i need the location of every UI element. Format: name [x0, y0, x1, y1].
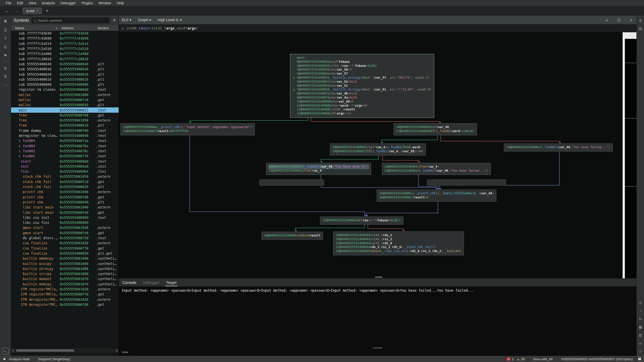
more-panels-icon[interactable]: ⋯ — [2, 81, 9, 88]
find-icon[interactable]: ⊙ — [639, 300, 642, 306]
graph-node[interactable]: 14 @ 00005555554008ee __printf_chk(1, "I… — [120, 123, 255, 135]
analysis-cancel-icon[interactable]: ✖ — [3, 357, 6, 361]
binary-ninja-logo[interactable]: ✳ — [2, 18, 9, 25]
symbol-row[interactable]: __builtin_wmemcpy0x555555601098.syntheti… — [11, 256, 119, 261]
symbol-row[interactable]: __libc_csu_init0x555555400950.text — [11, 215, 119, 220]
symbol-row[interactable]: main0x555555400821.text — [11, 107, 119, 112]
symbol-row[interactable]: __cxa_finalize0x555555601030.extern — [11, 240, 119, 246]
graph-hscroll-thumb[interactable] — [375, 277, 382, 278]
graph-node[interactable]: 22 @ 000055555540091c free(rax_4)23 @ 00… — [382, 163, 491, 175]
split-view-icon[interactable]: ◫ — [616, 18, 622, 22]
tags-icon[interactable]: ◊ — [2, 35, 9, 42]
console-input[interactable]: >>> — [119, 348, 636, 356]
symbol-row[interactable]: __builtin_strcpy0x555555601080.syntheti… — [11, 271, 119, 276]
menu-view[interactable]: View — [26, 1, 39, 6]
graph-canvas[interactable]: main: 0 @ 0000555555400826 void* fsbase … — [119, 32, 623, 278]
symbol-row[interactable]: sub_5555554006000x555555400600.plt — [11, 82, 119, 87]
symbol-row[interactable]: frame_dummy0x555555400760.text — [11, 128, 119, 133]
view-options-icon[interactable]: ≡ — [629, 18, 633, 22]
symbol-row[interactable]: sub_5555554006260x555555400626.plt — [11, 72, 119, 77]
console-splitter[interactable] — [119, 347, 636, 348]
recent-icon[interactable]: ◔ — [639, 308, 641, 314]
symbol-row[interactable]: free0x555555600fb8.got — [11, 113, 119, 118]
symbol-row[interactable]: sub_7ffff7c288100x7ffff7c28810 — [11, 56, 119, 61]
symbol-row[interactable]: _ITM_deregisterTMC…0x555555601020.extern — [11, 297, 119, 302]
sync-location-icon[interactable]: ∞ — [604, 18, 609, 22]
symbol-row[interactable]: _ITM_deregisterTMC…0x555555600fd8.got — [11, 302, 119, 307]
symbol-row[interactable]: sub_7ffff7c2a5100x7ffff7c2a510 — [11, 46, 119, 51]
symbol-row[interactable]: _init0x5555554005e0.init — [11, 164, 119, 169]
symbol-row[interactable]: __builtin_memset0x555555601078.syntheti… — [11, 276, 119, 281]
graph-node-empty[interactable] — [260, 179, 324, 186]
graph-node[interactable]: 29 @ 0000555555400944 int64_t rdx_230 @ … — [333, 231, 464, 255]
error-count[interactable]: ✕ 2 — [507, 357, 514, 361]
pin-sidebar-icon[interactable]: ⊕ — [639, 18, 642, 23]
collapse-icon[interactable]: ↺ — [121, 26, 123, 30]
scroll-left-icon[interactable]: ◂ — [11, 349, 15, 352]
search-symbols-input[interactable] — [38, 19, 108, 22]
format-selector[interactable]: ELF ▾ — [122, 18, 132, 22]
symbol-row[interactable]: __cxa_finalize0x555555600ff8.got — [11, 246, 119, 251]
symbol-row[interactable]: c_fun0030x55555540076a.text — [11, 143, 119, 148]
symbol-row[interactable]: c_fun0010x5555554007f6.text — [11, 154, 119, 159]
symbol-row[interactable]: malloc0x555555400630.plt — [11, 102, 119, 107]
column-header-name[interactable]: Name ▲ — [11, 25, 60, 31]
comments-icon[interactable]: ▭ — [639, 340, 642, 346]
symbol-row[interactable]: __printf_chk0x555555400640.plt — [11, 200, 119, 205]
memory-grid-icon[interactable]: ▦ — [639, 324, 642, 330]
symbol-row[interactable]: _ITM_registerTMClo…0x555555601028.extern — [11, 287, 119, 292]
symbol-row[interactable]: sub_7ffff7c43b900x7ffff7c43b90 — [11, 36, 119, 41]
graph-node[interactable]: 18 @ 0000555555400902 char* rax_4 = c_fu… — [330, 143, 426, 156]
mini-graph-icon[interactable]: ╦ — [2, 64, 9, 71]
graph-node[interactable]: 28 @ 00005555554008e1 return result — [262, 232, 323, 240]
scripting-console-icon[interactable]: >_ — [2, 348, 9, 354]
scrollbar-thumb[interactable] — [16, 349, 74, 352]
graph-node[interactable]: 27 @ 00005555554008da if (rax == *(fsbas… — [320, 217, 403, 225]
symbol-row[interactable]: sub_5555554006160x555555400616.plt — [11, 77, 119, 82]
symbol-row[interactable]: __builtin_memcpy0x555555601070.syntheti… — [11, 282, 119, 287]
menu-help[interactable]: Help — [114, 1, 126, 6]
column-header-section[interactable]: Section — [96, 25, 119, 31]
menu-file[interactable]: File — [4, 1, 14, 6]
graph-node[interactable]: 16 @ 0000555555400899 void var_4817 @ 00… — [394, 123, 477, 135]
console-strip-icon[interactable]: ▱ — [639, 348, 642, 354]
column-header-address[interactable]: Address — [60, 25, 96, 31]
symbol-row[interactable]: __libc_csu_fini0x5555554009b0 — [11, 220, 119, 225]
refresh-icon[interactable]: ↻ — [639, 316, 642, 322]
symbol-row[interactable]: c_fun0040x5555554007aa.text — [11, 138, 119, 143]
panel-menu-icon[interactable]: ≡ — [112, 18, 117, 23]
scrollbar-track[interactable] — [15, 349, 115, 352]
symbol-row[interactable]: deregister_tm_clon…0x555555400690.text — [11, 133, 119, 138]
tab-target[interactable]: Target — [166, 280, 177, 286]
graph-node[interactable]: 20 @ 0000555555400932 c_fun002(&var_48, … — [266, 163, 371, 175]
scroll-right-icon[interactable]: ▸ — [115, 349, 119, 352]
symbol-row[interactable]: free0x555555601058.extern — [11, 118, 119, 123]
warning-count[interactable]: ▲ 26 — [517, 357, 525, 361]
symbol-row[interactable]: __cxa_finalize0x555555400650.plt.got — [11, 251, 119, 256]
symbol-row[interactable]: __builtin_wcscpy0x555555601090.syntheti… — [11, 261, 119, 266]
forward-button[interactable]: → — [13, 8, 21, 14]
symbol-row[interactable]: __libc_start_main0x555555600fe0.got — [11, 210, 119, 215]
symbol-row[interactable]: __printf_chk0x555555601048.extern — [11, 189, 119, 194]
console-output[interactable]: Input method: <appname> <password>Input … — [119, 286, 636, 347]
search-symbols-box[interactable] — [31, 17, 110, 23]
symbol-row[interactable]: _start0x555555400660.text — [11, 159, 119, 164]
lock-icon[interactable] — [638, 358, 641, 360]
symbol-row[interactable]: __gmon_start__0x555555601038.extern — [11, 225, 119, 230]
symbol-row[interactable]: __stack_chk_fail0x555555600fc0.got — [11, 179, 119, 184]
menu-plugins[interactable]: Plugins — [79, 1, 95, 6]
tab-aout[interactable]: a.out ● — [23, 8, 42, 14]
symbol-row[interactable]: sub_5555554006360x555555400636.plt — [11, 67, 119, 72]
menu-edit[interactable]: Edit — [15, 1, 25, 6]
back-button[interactable]: ← — [3, 8, 11, 14]
symbol-row[interactable]: malloc0x555555601060.extern — [11, 92, 119, 97]
symbol-row[interactable]: __libc_start_main0x555555601040.extern — [11, 205, 119, 210]
symbol-row[interactable]: malloc0x555555600fc8.got — [11, 97, 119, 102]
symbol-row[interactable]: sub_7ffff7c2a4600x7ffff7c2a460 — [11, 51, 119, 56]
graph-node[interactable]: main: 0 @ 0000555555400826 void* fsbase … — [290, 54, 434, 118]
symbols-hscrollbar[interactable]: ◂ ▸ — [11, 349, 119, 352]
graph-node[interactable]: 25 @ 00005555554008c2 __printf_chk(1, &d… — [377, 190, 496, 202]
symbol-row[interactable]: sub_7ffff7c2a5140x7ffff7c2a514 — [11, 41, 119, 46]
menu-analysis[interactable]: Analysis — [40, 1, 57, 6]
symbol-row[interactable]: free0x555555400610.plt — [11, 123, 119, 128]
